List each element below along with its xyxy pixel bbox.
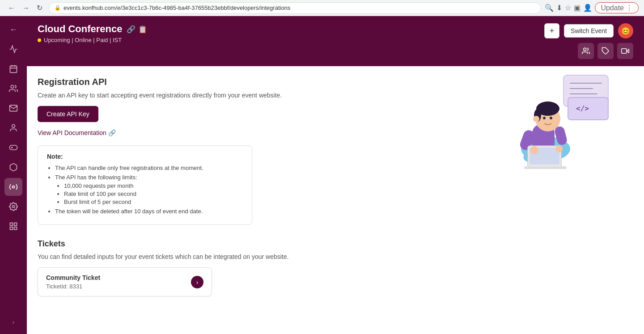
registration-api-section: Registration API Create an API key to st… xyxy=(38,77,633,225)
note-title: Note: xyxy=(47,153,243,160)
event-header: Cloud Conference 🔗 📋 Upcoming | Online |… xyxy=(27,16,644,66)
note-item-1: The API can handle only free registratio… xyxy=(55,165,243,171)
svg-rect-16 xyxy=(14,227,17,230)
svg-rect-13 xyxy=(10,223,13,226)
note-sub-list: 10,000 requests per month Rate limit of … xyxy=(55,182,243,205)
sidebar-item-analytics[interactable] xyxy=(4,40,22,58)
status-dot xyxy=(38,38,41,42)
event-title-row: Cloud Conference 🔗 📋 xyxy=(38,23,147,35)
svg-point-11 xyxy=(13,186,15,188)
ticket-info: Community Ticket TicketId: 8331 xyxy=(46,274,100,290)
browser-bar: ← → ↻ 🔒 events.konfhub.com/e/3e3cc1c3-7b… xyxy=(0,0,644,16)
create-api-key-button[interactable]: Create API Key xyxy=(38,106,98,122)
event-title: Cloud Conference xyxy=(38,23,122,35)
address-bar[interactable]: 🔒 events.konfhub.com/e/3e3cc1c3-7b6c-498… xyxy=(49,2,541,14)
sidebar-item-apps[interactable] xyxy=(4,217,22,235)
layout-icon[interactable]: ▣ xyxy=(574,4,580,12)
sidebar-item-calendar[interactable] xyxy=(4,60,22,78)
attendees-toolbar-btn[interactable] xyxy=(578,43,594,59)
add-button[interactable]: + xyxy=(544,23,559,38)
content-area: </> xyxy=(27,66,644,334)
link-icon[interactable]: 🔗 xyxy=(127,25,136,34)
svg-point-12 xyxy=(13,206,15,208)
update-button[interactable]: Update ⋮ xyxy=(595,2,639,13)
event-meta-text: Upcoming | Online | Paid | IST xyxy=(44,37,122,43)
svg-point-5 xyxy=(12,125,15,128)
registration-api-title: Registration API xyxy=(38,77,633,87)
sidebar-item-people[interactable] xyxy=(4,80,22,97)
icon-toolbar xyxy=(578,43,633,59)
event-title-section: Cloud Conference 🔗 📋 Upcoming | Online |… xyxy=(38,23,147,43)
note-item-2: The API has the following limits: 10,000… xyxy=(55,174,243,205)
note-list: The API can handle only free registratio… xyxy=(47,165,243,215)
sidebar-item-back[interactable]: ← xyxy=(4,21,22,38)
app-container: ← › xyxy=(0,16,644,334)
svg-marker-19 xyxy=(627,49,629,53)
note-sub-item-2: Rate limit of 100 per second xyxy=(64,190,243,197)
sidebar-item-settings[interactable] xyxy=(4,198,22,216)
note-box: Note: The API can handle only free regis… xyxy=(38,145,252,225)
back-button[interactable]: ← xyxy=(5,3,18,13)
lock-icon: 🔒 xyxy=(55,5,61,11)
sidebar-item-mail[interactable] xyxy=(4,99,22,117)
sidebar-item-team[interactable] xyxy=(4,119,22,137)
event-title-icons: 🔗 📋 xyxy=(127,25,147,34)
svg-rect-14 xyxy=(14,223,17,226)
svg-rect-0 xyxy=(10,66,17,72)
ticket-name: Community Ticket xyxy=(46,274,100,281)
switch-event-button[interactable]: Switch Event xyxy=(564,24,614,38)
tags-toolbar-btn[interactable] xyxy=(597,43,614,59)
ticket-card: Community Ticket TicketId: 8331 › xyxy=(38,267,212,296)
ticket-arrow-button[interactable]: › xyxy=(191,276,203,288)
url-text: events.konfhub.com/e/3e3cc1c3-7b6c-4985-… xyxy=(64,4,290,11)
tickets-title: Tickets xyxy=(38,239,633,249)
sidebar-item-box[interactable] xyxy=(4,158,22,176)
sidebar-item-gamepad[interactable] xyxy=(4,139,22,156)
browser-nav: ← → ↻ xyxy=(5,3,45,13)
reload-button[interactable]: ↻ xyxy=(34,3,45,13)
video-toolbar-btn[interactable] xyxy=(617,43,633,59)
tickets-desc: You can find detailed inputs for your ev… xyxy=(38,253,633,260)
download-icon[interactable]: ⬇ xyxy=(556,4,562,12)
registration-api-desc: Create an API key to start accepting eve… xyxy=(38,92,633,99)
note-sub-item-1: 10,000 requests per month xyxy=(64,182,243,189)
note-item-3: The token will be deleted after 10 days … xyxy=(55,208,243,215)
view-api-docs-link[interactable]: View API Documentation 🔗 xyxy=(38,129,633,136)
header-right-section: + Switch Event 😊 xyxy=(544,23,633,59)
svg-rect-10 xyxy=(10,145,17,150)
main-area: Cloud Conference 🔗 📋 Upcoming | Online |… xyxy=(27,16,644,334)
svg-point-4 xyxy=(11,85,14,89)
note-sub-item-3: Burst limit of 5 per second xyxy=(64,199,243,205)
svg-rect-20 xyxy=(622,49,627,54)
copy-icon[interactable]: 📋 xyxy=(138,25,147,34)
svg-point-17 xyxy=(584,48,586,51)
sidebar-expand-btn[interactable]: › xyxy=(4,317,22,328)
sidebar-item-integrations[interactable] xyxy=(4,178,22,196)
header-actions: + Switch Event 😊 xyxy=(544,23,633,38)
search-icon[interactable]: 🔍 xyxy=(545,4,554,12)
browser-actions: 🔍 ⬇ ☆ ▣ 👤 Update ⋮ xyxy=(545,2,639,13)
sidebar: ← › xyxy=(0,16,27,334)
ticket-id: TicketId: 8331 xyxy=(46,283,100,290)
user-avatar[interactable]: 😊 xyxy=(618,23,633,38)
tickets-section: Tickets You can find detailed inputs for… xyxy=(38,239,633,296)
bookmark-icon[interactable]: ☆ xyxy=(565,4,571,12)
forward-button[interactable]: → xyxy=(20,3,32,13)
event-meta: Upcoming | Online | Paid | IST xyxy=(38,37,147,43)
external-link-icon: 🔗 xyxy=(108,129,116,136)
svg-rect-15 xyxy=(10,227,13,230)
profile-icon[interactable]: 👤 xyxy=(583,4,592,12)
